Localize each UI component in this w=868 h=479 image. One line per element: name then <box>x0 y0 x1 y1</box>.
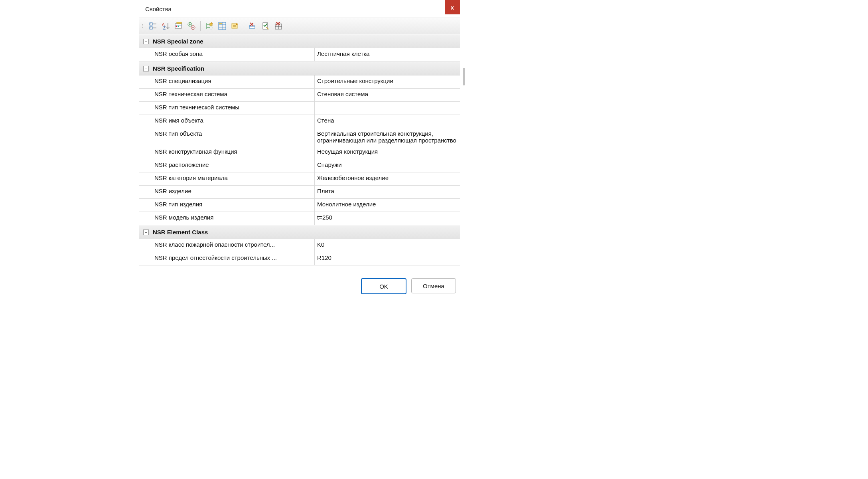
svg-point-24 <box>210 27 212 29</box>
property-label: NSR особая зона <box>139 48 315 61</box>
property-row: NSR особая зонаЛестничная клетка <box>139 48 460 61</box>
property-label: NSR изделие <box>139 186 315 198</box>
property-value[interactable]: Строительные конструкции <box>315 75 460 88</box>
scrollbar-thumb[interactable] <box>463 68 465 85</box>
property-value[interactable]: R120 <box>315 252 460 265</box>
edit-note-icon[interactable] <box>230 21 240 31</box>
property-label: NSR класс пожарной опасности строител... <box>139 239 315 252</box>
property-row: NSR техническая системаСтеновая система <box>139 89 460 102</box>
property-row: NSR модель изделияt=250 <box>139 212 460 225</box>
toolbar: AZ <box>139 18 460 34</box>
property-value[interactable]: Монолитное изделие <box>315 199 460 212</box>
titlebar: Свойства x <box>139 0 460 18</box>
category-name: NSR Specification <box>153 65 204 72</box>
toolbar-separator <box>200 21 201 31</box>
svg-point-12 <box>176 26 177 27</box>
categorized-icon[interactable] <box>148 21 158 31</box>
category-row: −NSR Specification <box>139 61 460 75</box>
property-value[interactable]: Лестничная клетка <box>315 48 460 61</box>
svg-point-5 <box>150 28 151 28</box>
svg-point-4 <box>150 24 151 24</box>
cancel-button[interactable]: Отмена <box>411 278 456 293</box>
property-row: NSR специализацияСтроительные конструкци… <box>139 75 460 89</box>
remove-prop-icon[interactable] <box>248 21 258 31</box>
property-value[interactable] <box>315 102 460 115</box>
property-row: NSR имя объектаСтена <box>139 115 460 128</box>
plus-minus-icon[interactable] <box>187 21 196 31</box>
property-row: NSR тип технической системы <box>139 102 460 115</box>
property-value[interactable]: t=250 <box>315 212 460 225</box>
toolbar-grip <box>142 21 144 31</box>
audit-prop-icon[interactable] <box>261 21 270 31</box>
dialog-title: Свойства <box>139 6 172 12</box>
tree-filter-icon[interactable] <box>205 21 214 31</box>
property-label: NSR тип технической системы <box>139 102 315 115</box>
property-row: NSR тип объектаВертикальная строительная… <box>139 128 460 146</box>
property-value[interactable]: Несущая конструкция <box>315 146 460 159</box>
property-label: NSR модель изделия <box>139 212 315 225</box>
svg-rect-29 <box>219 23 222 24</box>
property-grid: −NSR Special zoneNSR особая зонаЛестничн… <box>139 34 460 265</box>
svg-marker-31 <box>236 23 238 25</box>
property-label: NSR имя объекта <box>139 115 315 128</box>
dialog-footer: OK Отмена <box>139 265 460 294</box>
property-value[interactable]: Железобетонное изделие <box>315 172 460 185</box>
property-label: NSR тип изделия <box>139 199 315 212</box>
category-row: −NSR Element Class <box>139 225 460 239</box>
category-name: NSR Element Class <box>153 229 208 236</box>
svg-text:Z: Z <box>163 26 166 30</box>
property-label: NSR тип объекта <box>139 128 315 146</box>
svg-rect-11 <box>177 22 181 24</box>
collapse-toggle[interactable]: − <box>139 66 153 71</box>
property-value[interactable]: Вертикальная строительная конструкция, о… <box>315 128 460 146</box>
property-label: NSR конструктивная функция <box>139 146 315 159</box>
property-value[interactable]: Снаружи <box>315 159 460 172</box>
property-label: NSR специализация <box>139 75 315 88</box>
property-row: NSR изделиеПлита <box>139 186 460 199</box>
property-label: NSR расположение <box>139 159 315 172</box>
property-value[interactable]: Стеновая система <box>315 89 460 101</box>
property-value[interactable]: Стена <box>315 115 460 128</box>
property-value[interactable]: K0 <box>315 239 460 252</box>
collapse-toggle[interactable]: − <box>139 230 153 235</box>
property-row: NSR конструктивная функцияНесущая констр… <box>139 146 460 159</box>
close-button[interactable]: x <box>445 0 460 14</box>
collapse-toggle[interactable]: − <box>139 39 153 44</box>
property-row: NSR расположениеСнаружи <box>139 159 460 172</box>
ok-button[interactable]: OK <box>361 278 406 294</box>
category-name: NSR Special zone <box>153 38 203 45</box>
alpha-sort-icon[interactable]: AZ <box>161 21 171 31</box>
property-row: NSR предел огнестойкости строительных ..… <box>139 252 460 265</box>
cancel-label: Отмена <box>423 283 444 289</box>
property-row: NSR тип изделияМонолитное изделие <box>139 199 460 212</box>
svg-point-13 <box>178 26 179 27</box>
toolbar-separator <box>244 21 244 31</box>
property-label: NSR техническая система <box>139 89 315 101</box>
grid-props-icon[interactable] <box>217 21 227 31</box>
close-icon: x <box>451 4 454 11</box>
property-label: NSR категория материала <box>139 172 315 185</box>
property-label: NSR предел огнестойкости строительных ..… <box>139 252 315 265</box>
property-value[interactable]: Плита <box>315 186 460 198</box>
ok-label: OK <box>379 283 388 290</box>
delete-grid-icon[interactable] <box>274 21 283 31</box>
property-row: NSR класс пожарной опасности строител...… <box>139 239 460 252</box>
properties-dialog: Свойства x AZ <box>139 0 460 294</box>
property-row: NSR категория материалаЖелезобетонное из… <box>139 172 460 186</box>
property-pages-icon[interactable] <box>174 21 183 31</box>
svg-marker-23 <box>211 22 213 24</box>
category-row: −NSR Special zone <box>139 34 460 48</box>
